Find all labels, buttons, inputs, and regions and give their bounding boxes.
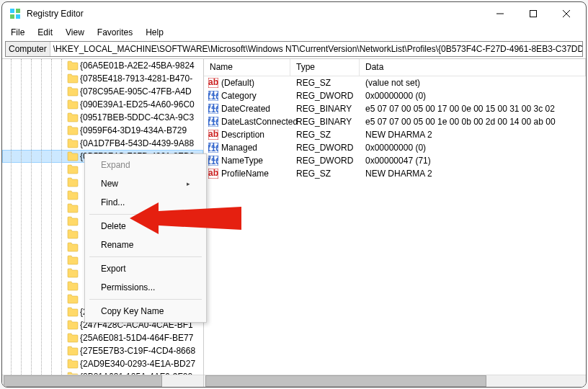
value-name: ProfileName <box>221 169 269 179</box>
menu-view[interactable]: View <box>60 26 90 39</box>
list-row[interactable]: DateLastConnectedREG_BINARYe5 07 07 00 0… <box>204 115 586 128</box>
value-name: DateCreated <box>221 104 270 114</box>
menu-edit[interactable]: Edit <box>32 26 58 39</box>
tree-item-label: {0785E418-7913-4281-B470- <box>80 73 192 84</box>
folder-icon <box>67 203 79 213</box>
folder-icon <box>67 216 79 226</box>
value-type: REG_SZ <box>290 78 360 88</box>
ctx-copykeyname[interactable]: Copy Key Name <box>86 302 205 321</box>
tree-scrollbar-horizontal[interactable] <box>2 375 203 387</box>
folder-icon <box>67 229 79 239</box>
value-type: REG_DWORD <box>290 156 360 166</box>
value-name: Description <box>221 130 264 140</box>
tree-item-label: {27E5E7B3-C19F-4CD4-8668 <box>80 346 195 356</box>
value-data: NEW DHARMA 2 <box>360 169 586 179</box>
list-row[interactable]: DescriptionREG_SZNEW DHARMA 2 <box>204 128 586 141</box>
col-type[interactable]: Type <box>290 59 360 76</box>
address-bar[interactable]: Computer \HKEY_LOCAL_MACHINE\SOFTWARE\Mi… <box>5 41 583 57</box>
list-body[interactable]: (Default)REG_SZ(value not set)CategoryRE… <box>204 76 586 375</box>
value-name: Managed <box>221 143 257 153</box>
close-button[interactable] <box>550 2 583 25</box>
app-icon <box>9 8 21 19</box>
menu-help[interactable]: Help <box>140 26 169 39</box>
folder-icon <box>67 294 79 304</box>
menu-file[interactable]: File <box>5 26 30 39</box>
folder-icon <box>67 151 79 161</box>
list-row[interactable]: ManagedREG_DWORD0x00000000 (0) <box>204 141 586 154</box>
value-type: REG_BINARY <box>290 104 360 114</box>
address-path: \HKEY_LOCAL_MACHINE\SOFTWARE\Microsoft\W… <box>50 44 582 54</box>
value-type: REG_SZ <box>290 130 360 140</box>
folder-icon <box>67 320 79 330</box>
ctx-expand: Expand <box>86 156 205 174</box>
folder-icon <box>67 268 79 278</box>
tree-item-label: {090E39A1-ED25-4A60-96C0 <box>80 99 195 109</box>
value-name: NameType <box>221 156 263 166</box>
reg-binary-icon <box>208 156 218 166</box>
value-name: Category <box>221 91 257 101</box>
value-data: NEW DHARMA 2 <box>360 130 586 140</box>
tree-item-label: {25A6E081-51D4-464F-BE77 <box>80 333 193 343</box>
value-data: (value not set) <box>360 78 586 88</box>
folder-icon <box>67 138 79 148</box>
value-name: DateLastConnected <box>221 117 298 127</box>
list-row[interactable]: NameTypeREG_DWORD0x00000047 (71) <box>204 154 586 167</box>
list-header: Name Type Data <box>204 59 586 76</box>
svg-rect-10 <box>530 11 537 17</box>
folder-icon <box>67 359 79 369</box>
address-label: Computer <box>6 42 50 56</box>
ctx-rename[interactable]: Rename <box>86 236 205 254</box>
col-data[interactable]: Data <box>360 59 586 76</box>
value-type: REG_DWORD <box>290 143 360 153</box>
tree-item-label: {078C95AE-905C-47FB-A4D <box>80 86 192 97</box>
list-row[interactable]: ProfileNameREG_SZNEW DHARMA 2 <box>204 167 586 180</box>
value-data: e5 07 07 00 05 00 17 00 0e 00 15 00 31 0… <box>360 104 586 114</box>
value-type: REG_BINARY <box>290 117 360 127</box>
list-row[interactable]: CategoryREG_DWORD0x00000000 (0) <box>204 89 586 102</box>
value-data: 0x00000000 (0) <box>360 143 586 153</box>
minimize-button[interactable] <box>484 2 517 25</box>
folder-icon <box>67 61 79 71</box>
tree-item-label: {09517BEB-5DDC-4C3A-9C3 <box>80 112 194 122</box>
menu-favorites[interactable]: Favorites <box>92 26 138 39</box>
folder-icon <box>67 73 79 84</box>
value-type: REG_SZ <box>290 169 360 179</box>
ctx-permissions[interactable]: Permissions... <box>86 278 205 297</box>
list-scrollbar-horizontal[interactable] <box>204 375 586 387</box>
reg-binary-icon <box>208 143 218 153</box>
value-name: (Default) <box>221 78 254 88</box>
value-data: e5 07 07 00 05 00 1e 00 0b 00 2d 00 14 0… <box>360 117 586 127</box>
folder-icon <box>67 177 79 187</box>
list-row[interactable]: (Default)REG_SZ(value not set) <box>204 76 586 89</box>
reg-string-icon <box>208 130 218 140</box>
value-type: REG_DWORD <box>290 91 360 101</box>
folder-icon <box>67 307 79 317</box>
list-row[interactable]: DateCreatedREG_BINARYe5 07 07 00 05 00 1… <box>204 102 586 115</box>
maximize-button[interactable] <box>517 2 550 25</box>
folder-icon <box>67 281 79 291</box>
list-pane: Name Type Data (Default)REG_SZ(value not… <box>204 59 586 387</box>
folder-icon <box>67 242 79 252</box>
folder-icon <box>67 99 79 109</box>
tree-item-label: {0959F64-3D19-434A-B729 <box>80 125 187 135</box>
reg-string-icon <box>208 78 218 88</box>
menubar: File Edit View Favorites Help <box>2 25 586 40</box>
ctx-new[interactable]: New <box>86 174 205 193</box>
folder-icon <box>67 190 79 200</box>
tree-item-label: {2AD9E340-0293-4E1A-BD27 <box>80 359 195 369</box>
folder-icon <box>67 164 79 174</box>
value-data: 0x00000047 (71) <box>360 156 586 166</box>
ctx-delete[interactable]: Delete <box>86 217 205 236</box>
titlebar: Registry Editor <box>2 2 586 25</box>
ctx-export[interactable]: Export <box>86 259 205 278</box>
value-data: 0x00000000 (0) <box>360 91 586 101</box>
reg-string-icon <box>208 169 218 179</box>
col-name[interactable]: Name <box>204 59 290 76</box>
tree-item-label: {2B21A631-105A-4AF6-9F00 <box>80 372 192 375</box>
folder-icon <box>67 125 79 135</box>
tree-item-label: {06A5E01B-A2E2-45BA-9824 <box>80 61 195 71</box>
folder-icon <box>67 112 79 122</box>
folder-icon <box>67 372 79 375</box>
ctx-find[interactable]: Find... <box>86 193 205 212</box>
window-title: Registry Editor <box>27 9 484 19</box>
